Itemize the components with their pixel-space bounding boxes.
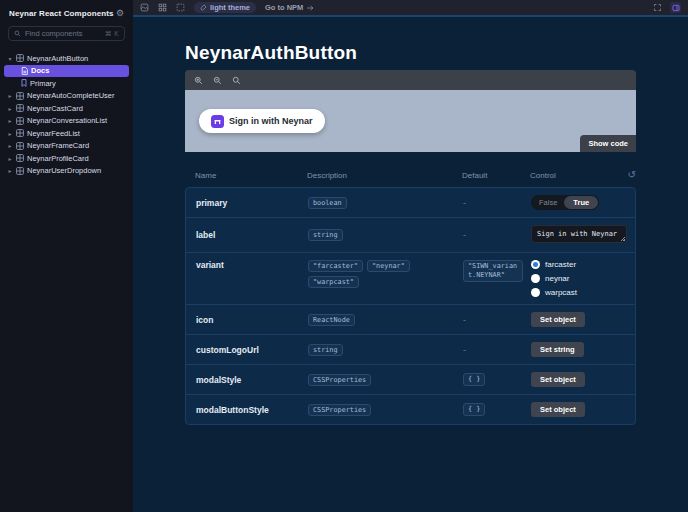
- sidebar-item-NeynarAuthButton[interactable]: ▾NeynarAuthButton: [0, 52, 133, 65]
- component-icon: [16, 104, 24, 112]
- sidebar-title: Neynar React Components: [9, 9, 114, 18]
- arg-control: Set string: [531, 342, 615, 357]
- search-input[interactable]: Find components ⌘ K: [8, 26, 125, 41]
- arg-type-badge: CSSProperties: [308, 374, 371, 386]
- arg-type-badge: "warpcast": [308, 276, 359, 288]
- component-tree: ▾NeynarAuthButtonDocsPrimary▸NeynarAutoC…: [0, 52, 133, 177]
- component-icon: [16, 129, 24, 137]
- zoom-out-icon[interactable]: [213, 76, 222, 85]
- sidebar-item-label: NeynarAutoCompleteUser: [27, 91, 115, 100]
- npm-label: Go to NPM: [265, 3, 303, 12]
- col-default: Default: [462, 171, 530, 180]
- grid-icon[interactable]: [158, 3, 167, 12]
- label-input[interactable]: [531, 225, 627, 243]
- arrow-right-icon: [306, 4, 314, 12]
- zoom-in-icon[interactable]: [194, 76, 203, 85]
- sidebar-item-NeynarProfileCard[interactable]: ▸NeynarProfileCard: [0, 152, 133, 165]
- toolbar-right: [653, 2, 681, 13]
- component-icon: [16, 117, 24, 125]
- component-icon: [16, 154, 24, 162]
- chevron-right-icon: ▸: [7, 155, 13, 162]
- boolean-toggle[interactable]: FalseTrue: [531, 195, 599, 210]
- sidebar-item-NeynarFeedList[interactable]: ▸NeynarFeedList: [0, 127, 133, 140]
- sidebar-item-NeynarUserDropdown[interactable]: ▸NeynarUserDropdown: [0, 165, 133, 178]
- sidebar-item-label: Primary: [30, 79, 56, 88]
- arg-name: primary: [196, 198, 308, 208]
- radio-farcaster[interactable]: farcaster: [531, 260, 615, 269]
- arg-name: modalButtonStyle: [196, 405, 308, 415]
- sign-in-button[interactable]: Sign in with Neynar: [199, 109, 325, 133]
- arg-description: CSSProperties: [308, 404, 463, 416]
- fullscreen-icon[interactable]: [653, 3, 662, 12]
- chevron-right-icon: ▸: [7, 167, 13, 174]
- story-preview: Sign in with Neynar Show code: [185, 70, 636, 152]
- radio-label: warpcast: [545, 288, 577, 297]
- text-control: [531, 225, 627, 245]
- arg-name: variant: [196, 260, 308, 270]
- panel-toggle-icon[interactable]: [670, 2, 681, 13]
- top-toolbar: light theme Go to NPM: [133, 0, 688, 17]
- arg-default-value: -: [463, 315, 466, 325]
- zoom-reset-icon[interactable]: [232, 76, 241, 85]
- arg-default: -: [463, 230, 531, 240]
- arg-name: icon: [196, 315, 308, 325]
- args-row-icon: iconReactNode-Set object: [186, 305, 635, 335]
- args-row-modalStyle: modalStyleCSSProperties{ }Set object: [186, 365, 635, 395]
- theme-toggle[interactable]: light theme: [194, 2, 256, 13]
- component-icon: [16, 142, 24, 150]
- chevron-right-icon: ▸: [7, 142, 13, 149]
- radio-label: farcaster: [545, 260, 576, 269]
- arg-type-badge: string: [308, 344, 343, 356]
- arg-control: Set object: [531, 402, 615, 417]
- chevron-right-icon: ▸: [7, 117, 13, 124]
- radio-neynar[interactable]: neynar: [531, 274, 615, 283]
- args-table-header: Name Description Default Control ↺: [185, 170, 636, 187]
- toggle-true[interactable]: True: [564, 196, 598, 209]
- docs-icon: [21, 67, 28, 75]
- show-code-button[interactable]: Show code: [580, 135, 636, 152]
- radio-warpcast[interactable]: warpcast: [531, 288, 615, 297]
- arg-name: label: [196, 230, 308, 240]
- sidebar-item-label: NeynarFeedList: [27, 129, 80, 138]
- resize-handle-icon[interactable]: [620, 236, 625, 241]
- radio-selected-icon: [531, 260, 540, 269]
- set-object-button[interactable]: Set object: [531, 312, 585, 327]
- toggle-false[interactable]: False: [532, 196, 564, 209]
- radio-dot: [533, 262, 538, 267]
- arg-description: "farcaster""neynar""warpcast": [308, 260, 463, 288]
- arg-description: CSSProperties: [308, 374, 463, 386]
- set-object-button[interactable]: Set object: [531, 402, 585, 417]
- set-object-button[interactable]: Set object: [531, 372, 585, 387]
- component-icon: [16, 92, 24, 100]
- sidebar-item-NeynarConversationList[interactable]: ▸NeynarConversationList: [0, 115, 133, 128]
- sidebar-item-NeynarAutoCompleteUser[interactable]: ▸NeynarAutoCompleteUser: [0, 90, 133, 103]
- sidebar-item-docs[interactable]: Docs: [4, 65, 129, 78]
- arg-default: -: [463, 345, 531, 355]
- sidebar-item-NeynarCastCard[interactable]: ▸NeynarCastCard: [0, 102, 133, 115]
- main-column: light theme Go to NPM NeynarAuthButton: [133, 0, 688, 512]
- preview-area: Sign in with Neynar Show code: [185, 90, 636, 152]
- outline-icon[interactable]: [176, 3, 185, 12]
- args-table-body: primaryboolean-FalseTruelabelstring-vari…: [185, 187, 636, 425]
- set-string-button[interactable]: Set string: [531, 342, 584, 357]
- arg-default: { }: [463, 373, 531, 386]
- chevron-right-icon: ▸: [7, 130, 13, 137]
- gear-icon[interactable]: ⚙: [116, 9, 124, 18]
- arg-control: FalseTrue: [531, 195, 615, 210]
- radio-group: farcasterneynarwarpcast: [531, 260, 615, 297]
- page-title: NeynarAuthButton: [185, 42, 636, 64]
- sidebar-item-NeynarFrameCard[interactable]: ▸NeynarFrameCard: [0, 140, 133, 153]
- reset-controls-icon[interactable]: ↺: [616, 170, 636, 180]
- args-row-primary: primaryboolean-FalseTrue: [186, 188, 635, 218]
- arg-default-value: -: [463, 345, 466, 355]
- arg-default-badge: "SIWN_variant.NEYNAR": [463, 260, 523, 282]
- arg-name: customLogoUrl: [196, 345, 308, 355]
- chevron-right-icon: ▸: [7, 105, 13, 112]
- arg-default-badge: { }: [463, 403, 485, 416]
- sidebar-item-primary[interactable]: Primary: [0, 77, 133, 90]
- canvas-icon[interactable]: [140, 3, 149, 12]
- sidebar: Neynar React Components ⚙ Find component…: [0, 0, 133, 512]
- args-row-label: labelstring-: [186, 218, 635, 253]
- npm-link[interactable]: Go to NPM: [265, 3, 314, 12]
- arg-default-value: -: [463, 198, 466, 208]
